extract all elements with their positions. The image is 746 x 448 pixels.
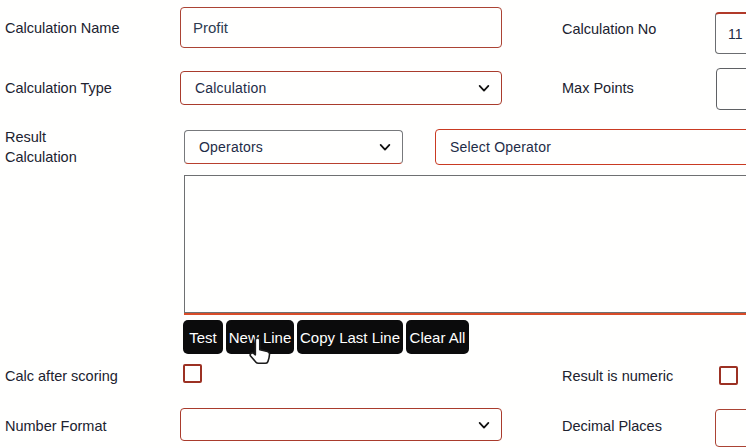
calculation-type-select[interactable]: Calculation bbox=[180, 71, 502, 105]
calculation-lines-area bbox=[184, 175, 746, 315]
copy-last-line-button[interactable]: Copy Last Line bbox=[297, 320, 403, 354]
test-button[interactable]: Test bbox=[183, 320, 223, 354]
calculation-type-label: Calculation Type bbox=[5, 78, 112, 98]
decimal-places-input[interactable] bbox=[715, 409, 746, 447]
number-format-label: Number Format bbox=[5, 416, 107, 436]
result-calculation-label-line1: Result bbox=[5, 127, 46, 147]
decimal-places-label: Decimal Places bbox=[562, 416, 662, 436]
calculation-name-input[interactable]: Profit bbox=[180, 7, 502, 48]
number-format-select[interactable] bbox=[180, 408, 502, 441]
chevron-down-icon bbox=[378, 140, 392, 154]
calculation-no-label: Calculation No bbox=[562, 19, 656, 39]
select-operator-value: Select Operator bbox=[450, 139, 551, 155]
operators-select[interactable]: Operators bbox=[184, 130, 403, 164]
max-points-label: Max Points bbox=[562, 78, 634, 98]
calc-after-scoring-label: Calc after scoring bbox=[5, 366, 118, 386]
select-operator-combobox[interactable]: Select Operator bbox=[435, 129, 746, 165]
chevron-down-icon bbox=[477, 418, 491, 432]
calculation-form: Calculation Name Profit Calculation No 1… bbox=[0, 0, 746, 448]
calculation-type-select-value: Calculation bbox=[195, 80, 266, 96]
clear-all-button[interactable]: Clear All bbox=[406, 320, 469, 354]
result-is-numeric-label: Result is numeric bbox=[562, 366, 673, 386]
chevron-down-icon bbox=[477, 81, 491, 95]
result-calculation-label-line2: Calculation bbox=[5, 147, 77, 167]
new-line-button[interactable]: New Line bbox=[226, 320, 294, 354]
max-points-input[interactable] bbox=[716, 68, 746, 110]
result-is-numeric-checkbox[interactable] bbox=[719, 366, 738, 385]
calculation-name-label: Calculation Name bbox=[5, 18, 119, 38]
calculation-no-input[interactable]: 11 bbox=[715, 12, 746, 54]
calculation-lines-textarea[interactable] bbox=[184, 175, 746, 313]
calc-after-scoring-checkbox[interactable] bbox=[183, 364, 202, 383]
operators-select-value: Operators bbox=[199, 139, 263, 155]
